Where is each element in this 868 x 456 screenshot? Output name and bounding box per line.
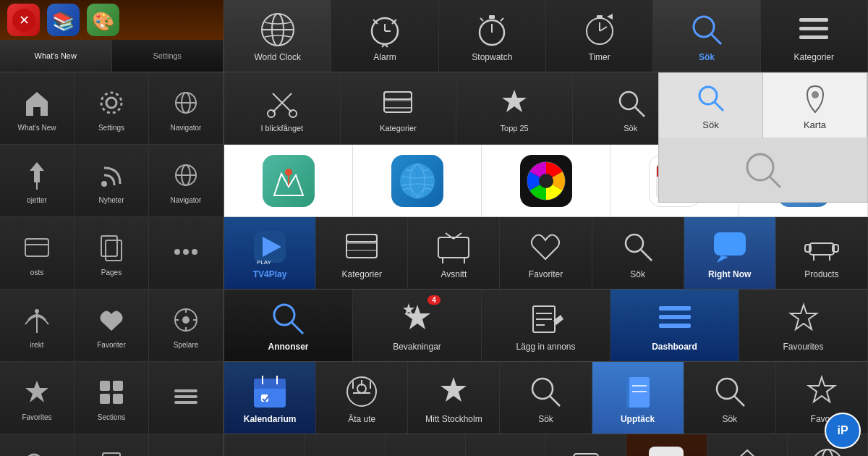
left-cell-search[interactable]: Search [0, 434, 75, 456]
tab-settings[interactable]: Settings [112, 40, 224, 72]
left-cell-sections[interactable]: Sections [75, 362, 149, 434]
left-cell-more[interactable] [149, 362, 224, 434]
ann-cell-favourites[interactable]: Favourites [739, 290, 868, 361]
svg-marker-148 [441, 377, 467, 402]
heart-icon [93, 302, 129, 338]
bot-cell-hm[interactable]: H&M Hem [626, 434, 707, 456]
svg-point-99 [812, 91, 819, 98]
clock-cell-stopwatch[interactable]: Stopwatch [439, 0, 546, 72]
cell-label: Navigator [171, 196, 202, 204]
app-cell-globe[interactable] [353, 145, 482, 216]
clock-cell-kategorier[interactable]: Kategorier [761, 0, 868, 72]
left-cell-home[interactable]: What's New [0, 72, 75, 145]
app-cell-maps[interactable] [224, 145, 353, 216]
appstore-cell-topp25[interactable]: Topp 25 [456, 72, 573, 144]
ann-cell-dashboard[interactable]: Dashboard [610, 290, 739, 361]
bot-cell-people[interactable] [224, 434, 305, 456]
search-panel: Sök Karta [658, 72, 868, 203]
svg-point-21 [183, 249, 189, 255]
bot-cell-camera[interactable] [386, 434, 466, 456]
svg-rect-75 [384, 92, 412, 112]
kal-cell-mitt[interactable]: Mitt Stockholm [408, 362, 500, 434]
tv4-cell-tv4play[interactable]: PLAY TV4Play [224, 217, 316, 289]
tv4-cell-avsnitt[interactable]: Avsnitt [408, 217, 500, 289]
clock-cell-alarm[interactable]: Alarm [331, 0, 438, 72]
kal-cell-sok2[interactable]: Sök [684, 362, 776, 434]
left-cell-globe2[interactable]: Navigator [149, 145, 224, 217]
left-tab-bar: What's New Settings [0, 40, 224, 72]
kal-cell-sok[interactable]: Sök [500, 362, 592, 434]
svg-rect-132 [659, 306, 691, 311]
gear-icon [93, 85, 129, 121]
left-cell-pushpin[interactable]: ojetter [0, 145, 75, 217]
search-panel-tab-label: Sök [702, 119, 718, 130]
kal-cell-kalendarium[interactable]: Kalendarium [224, 362, 316, 434]
kal-sok-label: Sök [538, 414, 553, 424]
bot-cell-message[interactable] [466, 434, 546, 456]
left-cell-pages[interactable]: Pages [75, 217, 149, 290]
bot-cell-contacts[interactable] [546, 434, 626, 456]
globe-app-icon [391, 155, 443, 207]
svg-rect-34 [100, 394, 110, 404]
left-cell-rss[interactable]: Nyheter [75, 145, 149, 217]
svg-line-156 [734, 396, 744, 406]
svg-text:🎨: 🎨 [92, 10, 115, 33]
left-cell-player[interactable]: Spelare [149, 290, 224, 362]
tv4-cell-sok[interactable]: Sök [592, 217, 684, 289]
svg-point-73 [268, 110, 275, 117]
sok-icon [686, 9, 726, 49]
tray2-icon [342, 227, 382, 266]
svg-rect-33 [113, 381, 123, 391]
left-cell-dots[interactable] [149, 217, 224, 290]
clock-cell-sok[interactable]: Sök [653, 0, 760, 72]
star-icon [19, 374, 55, 410]
tv4-cell-kategorier[interactable]: Kategorier [316, 217, 408, 289]
left-cell-more2[interactable]: More [149, 434, 224, 456]
app-cell-colorwheel[interactable] [482, 145, 610, 216]
search-icon [19, 447, 55, 456]
appstore-cell-kategorier[interactable]: Kategorier [341, 72, 457, 144]
ip-badge[interactable]: iP [825, 413, 861, 449]
left-cell-post[interactable]: osts [0, 217, 75, 290]
svg-rect-36 [174, 389, 197, 392]
kal-cell-ata[interactable]: Äta ute [316, 362, 408, 434]
tray-icon [380, 85, 416, 121]
search-panel-tabs: Sök Karta [659, 73, 867, 138]
tab-whats-new[interactable]: What's New [0, 40, 112, 72]
lagg-label: Lägg in annons [516, 342, 575, 352]
left-cell-navigator[interactable]: Navigator [149, 72, 224, 145]
right-panel: World Clock Alarm [224, 0, 868, 456]
left-cell-favorites[interactable]: Favorites [75, 434, 149, 456]
svg-point-22 [192, 249, 197, 255]
svg-marker-4 [26, 92, 48, 116]
mitt-label: Mitt Stockholm [425, 414, 482, 424]
svg-rect-58 [489, 15, 495, 19]
left-cell-heart[interactable]: Favoriter [75, 290, 149, 362]
tv4-cell-products[interactable]: Products [776, 217, 868, 289]
left-cell-settings[interactable]: Settings [75, 72, 149, 145]
bot-cell-heart[interactable] [305, 434, 385, 456]
sections-icon [93, 374, 129, 410]
book-icon [93, 447, 129, 456]
svg-point-80 [620, 92, 637, 109]
left-cell-star[interactable]: Favorites [0, 362, 75, 434]
tv4-row: PLAY TV4Play Kategorier [224, 217, 868, 290]
ann-cell-annonser[interactable]: Annonser [224, 290, 353, 361]
clock-cell-timer[interactable]: Timer [546, 0, 653, 72]
left-cell-antenna[interactable]: irekt [0, 290, 75, 362]
sok-label: Sök [699, 52, 715, 62]
search-panel-tab-karta[interactable]: Karta [763, 73, 867, 138]
svg-rect-41 [103, 453, 120, 456]
bot-cell-hitta[interactable]: Hitta butik [707, 434, 788, 456]
appstore-cell-blickfanget[interactable]: I blickfånget [224, 72, 341, 144]
ann-cell-bevakningar[interactable]: 4 Bevakningar [353, 290, 482, 361]
star3-icon [434, 371, 474, 411]
rightnow-label: Right Now [708, 269, 751, 279]
search-panel-tab-sok[interactable]: Sök [659, 73, 763, 138]
search-dark-icon [268, 299, 308, 339]
ann-cell-lagg[interactable]: Lägg in annons [482, 290, 610, 361]
clock-cell-worldclock[interactable]: World Clock [224, 0, 331, 72]
tv4-cell-rightnow[interactable]: Right Now [684, 217, 776, 289]
tv4-cell-favoriter[interactable]: Favoriter [500, 217, 592, 289]
kal-cell-upptack[interactable]: Upptäck [592, 362, 684, 434]
